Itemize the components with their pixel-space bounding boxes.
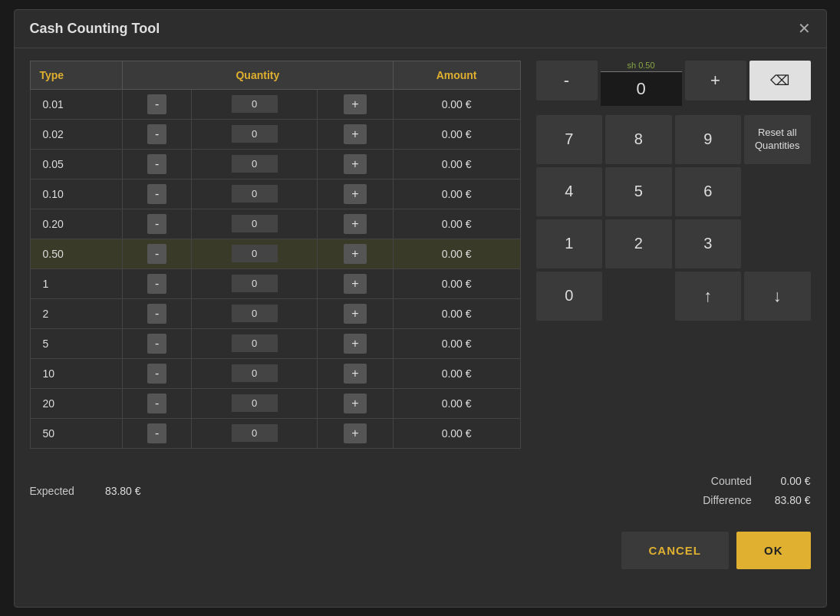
qty-cell[interactable] <box>192 119 318 149</box>
plus-button[interactable]: + <box>344 124 366 144</box>
minus-cell[interactable]: - <box>123 179 192 209</box>
qty-input[interactable] <box>232 275 278 292</box>
qty-input[interactable] <box>232 125 278 143</box>
numpad-key-5[interactable]: 5 <box>605 167 672 216</box>
plus-cell[interactable]: + <box>318 358 394 388</box>
numpad-key-2[interactable]: 2 <box>605 219 672 268</box>
amount-cell: 0.00 € <box>393 418 520 448</box>
minus-cell[interactable]: - <box>123 89 192 119</box>
qty-input[interactable] <box>232 245 278 262</box>
minus-cell[interactable]: - <box>123 328 192 358</box>
minus-button[interactable]: - <box>147 124 166 144</box>
qty-cell[interactable] <box>192 388 318 418</box>
numpad-key-7[interactable]: 7 <box>536 115 603 164</box>
plus-cell[interactable]: + <box>318 388 394 418</box>
numpad-key-3[interactable]: 3 <box>675 219 742 268</box>
minus-button[interactable]: - <box>147 304 166 324</box>
minus-button[interactable]: - <box>147 184 166 204</box>
numpad-empty-cell <box>744 219 811 268</box>
plus-cell[interactable]: + <box>318 298 394 328</box>
plus-cell[interactable]: + <box>318 239 394 268</box>
minus-cell[interactable]: - <box>123 268 192 298</box>
qty-input[interactable] <box>232 215 278 232</box>
plus-button[interactable]: + <box>344 214 366 234</box>
qty-input[interactable] <box>232 95 278 113</box>
qty-cell[interactable] <box>192 418 318 448</box>
close-button[interactable]: ✕ <box>798 21 811 36</box>
minus-button[interactable]: - <box>147 423 166 443</box>
qty-cell[interactable] <box>192 89 318 119</box>
minus-button[interactable]: - <box>147 214 166 234</box>
qty-input[interactable] <box>232 305 278 322</box>
numpad-empty-cell <box>744 167 811 216</box>
minus-button[interactable]: - <box>147 394 166 413</box>
qty-cell[interactable] <box>192 209 318 239</box>
numpad-minus-button[interactable]: - <box>536 61 598 100</box>
numpad-key-6[interactable]: 6 <box>675 167 742 216</box>
minus-cell[interactable]: - <box>123 358 192 388</box>
plus-button[interactable]: + <box>344 184 366 204</box>
numpad-plus-button[interactable]: + <box>685 61 746 100</box>
counted-value: 0.00 € <box>775 472 811 491</box>
plus-cell[interactable]: + <box>318 418 394 448</box>
numpad-key-4[interactable]: 4 <box>536 167 603 216</box>
numpad-display-cell: sh 0.50 0 <box>601 61 682 106</box>
qty-input[interactable] <box>232 364 278 382</box>
minus-cell[interactable]: - <box>123 209 192 239</box>
qty-input[interactable] <box>232 394 278 412</box>
minus-button[interactable]: - <box>147 154 166 174</box>
minus-button[interactable]: - <box>147 334 166 354</box>
plus-button[interactable]: + <box>344 94 366 114</box>
numpad-arrow-up-button[interactable]: ↑ <box>675 272 742 321</box>
plus-button[interactable]: + <box>344 274 366 294</box>
plus-cell[interactable]: + <box>318 89 394 119</box>
minus-cell[interactable]: - <box>123 119 192 149</box>
numpad-backspace-button[interactable]: ⌫ <box>749 61 811 100</box>
minus-cell[interactable]: - <box>123 418 192 448</box>
plus-cell[interactable]: + <box>318 119 394 149</box>
qty-cell[interactable] <box>192 328 318 358</box>
qty-cell[interactable] <box>192 268 318 298</box>
plus-button[interactable]: + <box>344 334 366 354</box>
minus-cell[interactable]: - <box>123 388 192 418</box>
plus-button[interactable]: + <box>344 304 366 324</box>
minus-button[interactable]: - <box>147 244 166 264</box>
plus-button[interactable]: + <box>344 244 366 264</box>
minus-cell[interactable]: - <box>123 298 192 328</box>
numpad-wrap: - sh 0.50 0 + ⌫ 789Reset all Quantities4… <box>536 61 811 449</box>
qty-cell[interactable] <box>192 149 318 179</box>
cash-table-wrap: Type Quantity Amount 0.01 - + 0.00 € 0.0… <box>30 61 521 449</box>
plus-cell[interactable]: + <box>318 268 394 298</box>
plus-button[interactable]: + <box>344 364 366 384</box>
type-cell: 10 <box>30 358 123 388</box>
numpad-arrow-down-button[interactable]: ↓ <box>744 272 811 321</box>
qty-cell[interactable] <box>192 358 318 388</box>
qty-input[interactable] <box>232 424 278 442</box>
qty-input[interactable] <box>232 185 278 203</box>
qty-cell[interactable] <box>192 239 318 268</box>
ok-button[interactable]: OK <box>736 532 811 569</box>
minus-cell[interactable]: - <box>123 239 192 268</box>
plus-cell[interactable]: + <box>318 328 394 358</box>
qty-input[interactable] <box>232 334 278 352</box>
numpad-key-8[interactable]: 8 <box>605 115 672 164</box>
numpad-key-9[interactable]: 9 <box>675 115 742 164</box>
numpad-key-1[interactable]: 1 <box>536 219 603 268</box>
minus-cell[interactable]: - <box>123 149 192 179</box>
numpad-key-0[interactable]: 0 <box>536 272 603 321</box>
amount-cell: 0.00 € <box>393 149 520 179</box>
plus-cell[interactable]: + <box>318 149 394 179</box>
plus-cell[interactable]: + <box>318 209 394 239</box>
qty-cell[interactable] <box>192 298 318 328</box>
plus-button[interactable]: + <box>344 154 366 174</box>
plus-button[interactable]: + <box>344 394 366 413</box>
qty-cell[interactable] <box>192 179 318 209</box>
minus-button[interactable]: - <box>147 364 166 384</box>
qty-input[interactable] <box>232 155 278 173</box>
plus-button[interactable]: + <box>344 423 366 443</box>
plus-cell[interactable]: + <box>318 179 394 209</box>
numpad-reset-button[interactable]: Reset all Quantities <box>744 115 811 164</box>
minus-button[interactable]: - <box>147 274 166 294</box>
minus-button[interactable]: - <box>147 94 166 114</box>
cancel-button[interactable]: CANCEL <box>621 532 730 569</box>
